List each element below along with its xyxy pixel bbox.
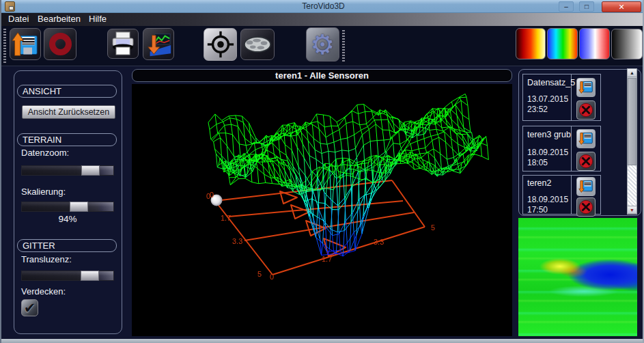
delete-icon bbox=[578, 199, 594, 215]
dataset-delete-button[interactable] bbox=[576, 197, 596, 217]
dataset-time: 17:50 bbox=[527, 205, 548, 215]
gear-icon: ⚙ bbox=[311, 31, 335, 58]
group-terrain: TERRAIN bbox=[17, 133, 117, 146]
dataset-item[interactable]: Datensatz_5 13.07.2015 23:52 bbox=[522, 74, 601, 121]
viewport-3d[interactable] bbox=[132, 84, 512, 336]
delete-icon bbox=[578, 102, 594, 118]
scroll-down-arrow[interactable]: ▼ bbox=[628, 206, 636, 214]
transluzenz-label: Transluzenz: bbox=[21, 254, 72, 264]
dataset-save-button[interactable] bbox=[576, 129, 596, 148]
print-button[interactable] bbox=[107, 29, 139, 59]
dataset-date: 18.09.2015 bbox=[527, 148, 568, 157]
palette-rainbow-button[interactable] bbox=[547, 28, 578, 59]
window-bottom-frame bbox=[1, 339, 644, 343]
title-bar: TeroVido3D – □ ✕ bbox=[1, 0, 644, 13]
datenzoom-label: Datenzoom: bbox=[21, 148, 69, 158]
globe-button[interactable] bbox=[240, 29, 275, 60]
dataset-scrollbar[interactable]: ▲ ▼ bbox=[627, 68, 637, 215]
dataset-name: teren3 grub bbox=[527, 130, 571, 139]
app-window: TeroVido3D – □ ✕ Datei Bearbeiten Hilfe bbox=[0, 0, 644, 343]
menu-hilfe[interactable]: Hilfe bbox=[89, 14, 107, 24]
dataset-item[interactable]: teren2 18.09.2015 17:50 bbox=[522, 175, 601, 215]
reset-view-button[interactable]: Ansicht Zurücksetzen bbox=[22, 105, 115, 119]
dataset-time: 18:05 bbox=[527, 158, 548, 167]
settings-button[interactable]: ⚙ bbox=[306, 27, 339, 61]
toolbar-grip-2[interactable] bbox=[342, 30, 345, 61]
dataset-delete-button[interactable] bbox=[576, 152, 596, 171]
record-icon bbox=[49, 33, 72, 55]
skalierung-label: Skalierung: bbox=[21, 187, 66, 197]
export-image-button[interactable] bbox=[143, 28, 174, 60]
save-down-icon bbox=[578, 131, 593, 146]
datenzoom-slider[interactable] bbox=[21, 165, 114, 176]
skalierung-value: 94% bbox=[21, 214, 114, 224]
menu-bearbeiten[interactable]: Bearbeiten bbox=[38, 14, 81, 24]
dataset-name: teren2 bbox=[527, 178, 551, 188]
dataset-delete-button[interactable] bbox=[576, 100, 596, 120]
terrain-wireframe-canvas[interactable] bbox=[132, 84, 512, 336]
group-gitter: GITTER bbox=[17, 239, 117, 252]
scrollbar-track[interactable] bbox=[628, 165, 636, 207]
toolbar: ⚙ bbox=[1, 26, 644, 66]
export-image-icon bbox=[144, 30, 173, 59]
save-export-button[interactable] bbox=[10, 28, 41, 60]
crosshair-button[interactable] bbox=[204, 28, 237, 61]
dataset-save-button[interactable] bbox=[576, 177, 596, 196]
verdecken-checkbox[interactable]: ✔ bbox=[21, 299, 38, 316]
save-down-icon bbox=[578, 179, 593, 194]
crosshair-icon bbox=[206, 29, 236, 59]
heatmap-preview[interactable] bbox=[518, 218, 637, 336]
transluzenz-slider[interactable] bbox=[21, 271, 114, 281]
delete-icon bbox=[578, 153, 594, 169]
dataset-name: Datensatz_5 bbox=[527, 78, 575, 87]
dataset-time: 23:52 bbox=[527, 105, 548, 114]
item-divider bbox=[571, 126, 572, 171]
skalierung-slider[interactable] bbox=[21, 202, 114, 212]
dataset-date: 13.07.2015 bbox=[527, 94, 568, 104]
palette-bwr-button[interactable] bbox=[579, 28, 610, 59]
maximize-button[interactable]: □ bbox=[579, 1, 594, 12]
scrollbar-thumb[interactable] bbox=[628, 78, 636, 165]
minimize-button[interactable]: – bbox=[559, 1, 574, 12]
transluzenz-slider-handle[interactable] bbox=[81, 271, 99, 281]
datenzoom-slider-handle[interactable] bbox=[81, 165, 100, 176]
save-export-icon bbox=[12, 31, 39, 58]
viewport-title: teren1 - Alle Sensoren bbox=[132, 69, 512, 82]
menu-datei[interactable]: Datei bbox=[8, 14, 29, 24]
window-title: TeroVido3D bbox=[1, 1, 644, 11]
group-ansicht: ANSICHT bbox=[17, 85, 117, 98]
print-icon bbox=[109, 30, 137, 57]
close-button[interactable]: ✕ bbox=[602, 1, 641, 12]
dataset-save-button[interactable] bbox=[576, 78, 596, 97]
globe-icon bbox=[242, 31, 273, 58]
dataset-date: 18.09.2015 bbox=[527, 195, 568, 204]
save-down-icon bbox=[578, 80, 593, 95]
skalierung-slider-handle[interactable] bbox=[70, 202, 88, 212]
menu-bar: Datei Bearbeiten Hilfe bbox=[1, 13, 644, 26]
record-button[interactable] bbox=[44, 28, 76, 60]
toolbar-grip[interactable] bbox=[3, 29, 6, 63]
palette-gray-button[interactable] bbox=[611, 29, 643, 59]
palette-heat-button[interactable] bbox=[516, 28, 546, 59]
item-divider bbox=[571, 176, 572, 214]
verdecken-label: Verdecken: bbox=[21, 286, 66, 297]
left-panel: ANSICHT Ansicht Zurücksetzen TERRAIN Dat… bbox=[14, 70, 122, 334]
scroll-up-arrow[interactable]: ▲ bbox=[628, 69, 636, 77]
dataset-item[interactable]: teren3 grub 18.09.2015 18:05 bbox=[522, 126, 601, 172]
